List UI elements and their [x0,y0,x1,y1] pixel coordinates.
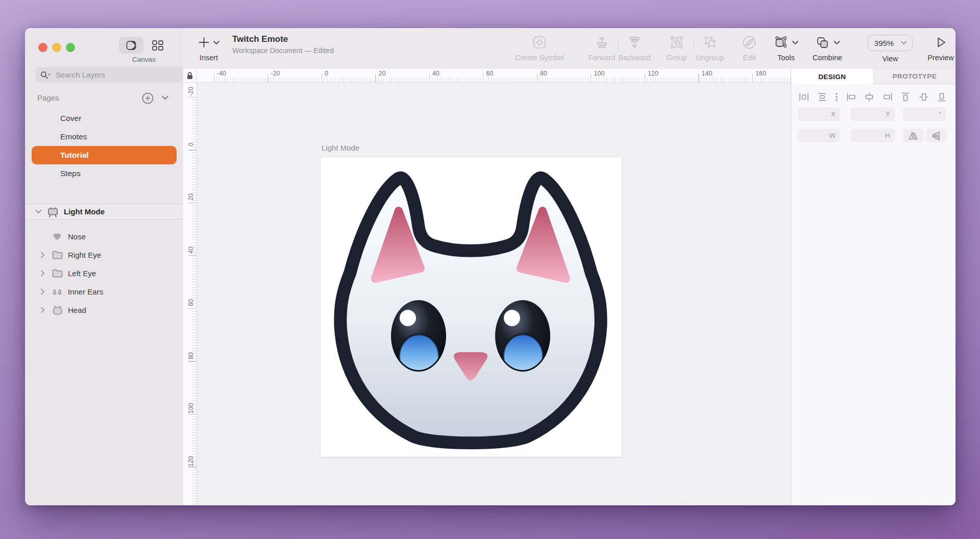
artboard-title-label[interactable]: Light Mode [322,143,359,152]
height-input[interactable] [850,132,885,140]
rotation-field[interactable]: ° [903,107,946,121]
inner-ears-icon [51,285,64,298]
ruler-number: 60 [486,70,494,77]
height-field-label: H [885,132,895,139]
group-icon [670,35,684,50]
layer-row-inner-ears[interactable]: Inner Ears [25,282,183,301]
tab-design[interactable]: DESIGN [791,69,873,84]
toolbar: Insert Twitch Emote Workspace Document —… [183,28,955,69]
group-button[interactable]: Group [667,35,687,62]
align-left-icon[interactable] [846,91,857,103]
y-position-field[interactable]: Y [850,107,895,121]
document-title: Twitch Emote [232,34,334,44]
search-icon [40,71,51,79]
page-item-steps[interactable]: Steps [25,164,183,183]
artboard-list-row-light-mode[interactable]: Light Mode [25,204,183,219]
y-input[interactable] [850,110,886,118]
zoom-control[interactable]: 395% View [868,35,913,63]
window-minimize-button[interactable] [52,43,61,52]
layer-row-left-eye[interactable]: Left Eye [25,264,183,282]
search-layers-field[interactable] [35,67,183,83]
canvas-frame-icon [125,40,137,51]
vertical-ruler[interactable]: -20020406080100120 [183,83,197,505]
x-input[interactable] [798,110,831,118]
tools-button[interactable]: Tools [774,35,799,62]
right-eye-highlight [504,310,520,326]
chevron-right-icon[interactable] [40,270,47,277]
width-field-label: W [829,132,840,139]
flip-horizontal-icon [908,131,919,141]
ruler-number: 100 [594,70,605,77]
pages-header: Pages [37,93,59,102]
distribute-horizontally-icon[interactable] [798,91,810,103]
tools-icon [774,35,789,50]
ruler-number: 120 [648,70,658,77]
window-close-button[interactable] [38,43,47,52]
align-center-horizontally-icon[interactable] [864,91,875,103]
cat-emote-graphic[interactable] [321,157,622,457]
ruler-number: 20 [379,70,386,77]
ruler-lock-corner[interactable] [183,69,197,83]
add-page-button[interactable] [142,92,154,104]
folder-icon [51,266,64,280]
ruler-number: 100 [187,402,194,415]
align-center-vertically-icon[interactable] [918,91,929,103]
align-top-icon[interactable] [900,91,911,103]
move-forward-button[interactable]: Forward [588,35,615,62]
chevron-right-icon[interactable] [40,307,47,313]
chevron-right-icon[interactable] [40,288,47,295]
pages-collapse-chevron[interactable] [161,95,169,100]
more-options-icon[interactable] [835,91,839,103]
zoom-value: 395% [874,39,894,47]
move-backward-button[interactable]: Backward [618,35,651,62]
align-bottom-icon[interactable] [936,91,947,103]
width-input[interactable] [798,132,829,140]
chevron-right-icon[interactable] [40,252,47,258]
rotation-input[interactable] [903,110,939,118]
flip-vertical-button[interactable] [926,129,946,142]
tab-prototype[interactable]: PROTOTYPE [873,69,956,84]
left-sidebar: Canvas Pages Cover Emotes Tutorial Steps… [25,28,184,505]
ungroup-button[interactable]: Ungroup [696,35,724,62]
zoom-dropdown[interactable]: 395% [868,35,913,51]
inspector-panel: DESIGN PROTOTYPE X Y ° W [791,69,955,505]
canvas-area[interactable]: Light Mode [197,83,791,505]
canvas-view-toggle[interactable] [119,37,143,54]
move-backward-icon [627,35,642,50]
ruler-number: -20 [271,70,280,77]
combine-icon [815,35,830,50]
layer-row-right-eye[interactable]: Right Eye [25,246,183,264]
flip-vertical-icon [930,131,942,141]
distribute-vertically-icon[interactable] [817,91,828,103]
insert-button[interactable]: Insert [198,35,220,62]
ruler-number: 80 [540,70,547,77]
play-icon [934,35,948,50]
chevron-down-icon[interactable] [35,209,42,214]
page-item-emotes[interactable]: Emotes [25,128,183,146]
create-symbol-icon [532,35,547,50]
edit-button[interactable]: Edit [742,35,757,62]
width-field[interactable]: W [798,129,840,142]
window-zoom-button[interactable] [66,43,75,52]
left-eye-highlight [400,310,416,326]
horizontal-ruler[interactable]: -40-20020406080100120140160 [197,69,791,83]
search-input[interactable] [55,70,178,80]
x-position-field[interactable]: X [798,107,840,121]
document-subtitle: Workspace Document — Edited [232,46,334,55]
edit-icon [742,35,757,50]
height-field[interactable]: H [850,129,895,142]
artboard-light-mode[interactable] [321,157,622,457]
combine-button[interactable]: Combine [813,35,842,62]
layer-row-nose[interactable]: Nose [25,227,183,246]
page-item-tutorial[interactable]: Tutorial [32,146,177,164]
align-right-icon[interactable] [882,91,893,103]
grid-view-toggle[interactable] [151,39,165,52]
chevron-down-icon [792,40,799,45]
preview-button[interactable]: Preview [927,35,954,62]
page-item-cover[interactable]: Cover [25,109,183,128]
flip-horizontal-button[interactable] [903,129,923,142]
ruler-number: 0 [187,137,194,151]
layer-row-head[interactable]: Head [25,301,183,319]
ruler-number: 40 [432,70,439,77]
create-symbol-button[interactable]: Create Symbol [515,35,564,62]
